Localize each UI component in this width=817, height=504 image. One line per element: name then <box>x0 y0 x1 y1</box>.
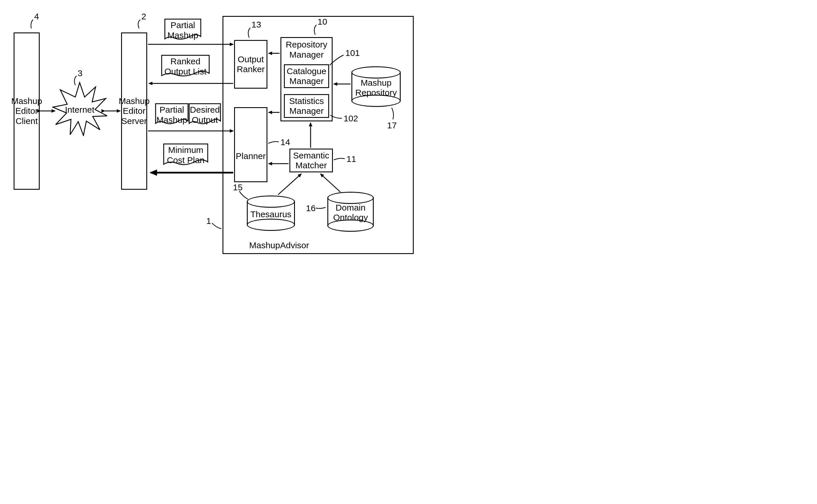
ref-101: 101 <box>345 48 360 58</box>
ref-11: 11 <box>347 154 356 164</box>
ref-15: 15 <box>233 182 242 193</box>
ref-10: 10 <box>318 17 327 27</box>
ref-2: 2 <box>141 12 146 22</box>
ref-102: 102 <box>344 114 358 124</box>
ref-3: 3 <box>78 68 83 78</box>
ref-17: 17 <box>387 120 397 131</box>
ref-16: 16 <box>306 203 316 213</box>
ref-4: 4 <box>34 12 39 22</box>
ref-14: 14 <box>280 137 290 147</box>
diagram-canvas: MashupAdvisor Mashup Editor Client Inter… <box>0 0 417 261</box>
ref-1: 1 <box>206 216 211 226</box>
ref-13: 13 <box>251 20 261 30</box>
